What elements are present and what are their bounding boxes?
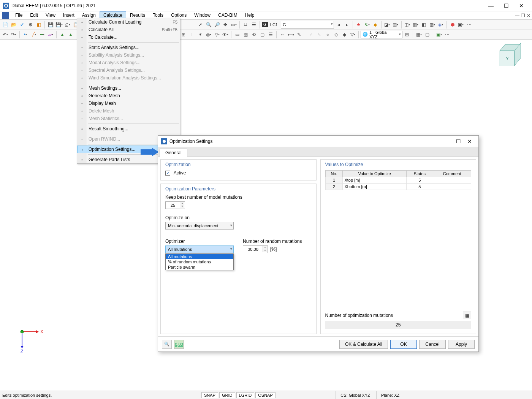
prev-loadcase-icon[interactable]: ◂: [335, 21, 342, 28]
tool-d-icon[interactable]: ◇: [332, 31, 340, 38]
units-button[interactable]: 0,00: [174, 340, 184, 349]
node-icon[interactable]: •: [22, 31, 29, 38]
minimize-button[interactable]: —: [483, 0, 499, 11]
menu-item-generate-mesh[interactable]: ▫Generate Mesh: [77, 92, 180, 100]
tool-a-icon[interactable]: ⟋: [307, 31, 315, 38]
snap-lgrid[interactable]: LGRID: [236, 392, 255, 398]
dialog-maximize-button[interactable]: ☐: [453, 136, 464, 147]
menu-item-display-mesh[interactable]: ▫Display Mesh: [77, 100, 180, 107]
member-icon[interactable]: ━: [38, 31, 46, 38]
menu-view[interactable]: View: [42, 11, 59, 19]
values-table[interactable]: No.Value to OptimizeStatesComment1Xtop […: [325, 170, 472, 190]
sections-icon[interactable]: ◫: [404, 21, 411, 28]
table-cell[interactable]: [433, 184, 471, 190]
undo-icon[interactable]: ↶: [2, 31, 9, 38]
select-box-icon[interactable]: ▭: [233, 31, 241, 38]
print-icon[interactable]: 🖨: [63, 21, 71, 28]
tool-b-icon[interactable]: ⟍: [315, 31, 323, 38]
menu-item-result-smoothing[interactable]: ▫Result Smoothing...: [77, 125, 180, 133]
apply-button[interactable]: Apply: [448, 340, 475, 349]
redo-icon[interactable]: ↷: [10, 31, 17, 38]
ok-button[interactable]: OK: [390, 340, 417, 349]
layers-icon[interactable]: ☰: [267, 31, 274, 38]
work-plane-icon[interactable]: ⊞: [403, 31, 411, 38]
results-toggle-icon[interactable]: ★: [355, 21, 363, 28]
show-loads-icon[interactable]: ⇊: [242, 21, 249, 28]
edit-line-icon[interactable]: ✎: [295, 31, 303, 38]
new-icon[interactable]: 📄: [2, 21, 9, 28]
optimizer-option[interactable]: % of random mutations: [166, 259, 233, 264]
menu-item-calculate-all[interactable]: ▫Calculate AllShift+F5: [77, 26, 180, 33]
optimize-on-combo[interactable]: Min. vectorial displacement ▾: [165, 222, 234, 230]
zoom-window-icon[interactable]: 🔍: [205, 21, 212, 28]
clipping-icon[interactable]: ▦: [415, 31, 423, 38]
calendar-icon[interactable]: ▦: [463, 312, 471, 319]
dialog-minimize-button[interactable]: —: [441, 136, 453, 147]
menu-cadbim[interactable]: CAD-BIM: [214, 11, 241, 19]
tool-c-icon[interactable]: ⟐: [324, 31, 331, 38]
snap-snap[interactable]: SNAP: [201, 392, 218, 398]
view-cube-face[interactable]: -Y: [499, 51, 514, 66]
dialog-close-button[interactable]: ✕: [464, 136, 475, 147]
block-manager-icon[interactable]: ◧: [35, 21, 43, 28]
view-cube[interactable]: -Y: [498, 44, 521, 67]
tool-e-icon[interactable]: ◆: [340, 31, 348, 38]
table-cell[interactable]: 1: [325, 177, 343, 184]
menu-item-static-analysis-settings[interactable]: ▫Static Analysis Settings...: [77, 44, 180, 51]
menu-file[interactable]: File: [11, 11, 26, 19]
dimension-icon[interactable]: ⟷: [287, 31, 294, 38]
checkmark-icon[interactable]: ✔: [18, 21, 26, 28]
menu-item-mesh-settings[interactable]: ▫Mesh Settings...: [77, 84, 180, 92]
next-loadcase-icon[interactable]: ▸: [343, 21, 351, 28]
polar-icon[interactable]: ✶: [196, 31, 204, 38]
line-icon[interactable]: ╱: [30, 31, 38, 38]
table-cell[interactable]: Xbottom [m]: [343, 184, 406, 190]
tab-general[interactable]: General: [160, 149, 187, 157]
select-cross-icon[interactable]: ▧: [242, 31, 249, 38]
load-case-combo[interactable]: G▾: [281, 21, 334, 28]
deselect-icon[interactable]: ▢: [258, 31, 266, 38]
table-row[interactable]: 1Xtop [m]5: [325, 177, 471, 184]
keep-best-input[interactable]: 25 ▲▼: [165, 201, 185, 209]
surfaces-icon[interactable]: ◧: [420, 21, 428, 28]
menu-item-to-calculate[interactable]: ▫To Calculate...: [77, 33, 180, 41]
deform-icon[interactable]: ↯: [363, 21, 371, 28]
random-mutations-input[interactable]: 30.00 ▲▼: [243, 245, 268, 253]
cancel-button[interactable]: Cancel: [419, 340, 446, 349]
table-cell[interactable]: 5: [406, 177, 433, 184]
maximize-button[interactable]: ☐: [499, 0, 514, 11]
settings-gear-icon[interactable]: ⚙: [27, 21, 34, 28]
visibility-icon[interactable]: 👁: [222, 31, 229, 38]
mdi-close-icon[interactable]: ✕: [527, 13, 530, 18]
calc-box-icon[interactable]: ⬢: [449, 21, 456, 28]
more-2-icon[interactable]: ⋯: [443, 31, 451, 38]
grid-snap-icon[interactable]: ⊞: [180, 31, 187, 38]
snap-osnap[interactable]: OSNAP: [255, 392, 276, 398]
loads-scale-icon[interactable]: ☰: [250, 21, 258, 28]
save-as-icon[interactable]: 💾: [55, 21, 63, 28]
table-cell[interactable]: 5: [406, 184, 433, 190]
render-icon[interactable]: ◈: [437, 21, 445, 28]
members-icon[interactable]: ▦: [412, 21, 420, 28]
optimizer-combo[interactable]: All mutations ▾ All mutations% of random…: [165, 245, 234, 253]
results-export-icon[interactable]: ▣: [457, 21, 465, 28]
display-options-icon[interactable]: ▣: [435, 31, 443, 38]
support-node-icon[interactable]: ▲: [59, 31, 66, 38]
results-colors-icon[interactable]: ◆: [372, 21, 379, 28]
active-checkbox-label[interactable]: ✓ Active: [165, 170, 186, 176]
results-diagram-icon[interactable]: ◪: [383, 21, 391, 28]
object-snap-icon[interactable]: ◎: [205, 31, 212, 38]
filter-icon[interactable]: ▽: [213, 31, 221, 38]
surface-icon[interactable]: ▱: [47, 31, 54, 38]
optimizer-option[interactable]: All mutations: [166, 254, 233, 259]
solids-icon[interactable]: ▨: [429, 21, 436, 28]
results-table-icon[interactable]: ▥: [392, 21, 399, 28]
save-icon[interactable]: 💾: [47, 21, 54, 28]
tool-f-icon[interactable]: ▽: [349, 31, 356, 38]
menu-insert[interactable]: Insert: [59, 11, 78, 19]
optimizer-option[interactable]: Particle swarm: [166, 264, 233, 270]
menu-window[interactable]: Window: [190, 11, 214, 19]
menu-help[interactable]: Help: [241, 11, 258, 19]
coordinate-system-combo[interactable]: 🌐 1 - Global XYZ ▾: [361, 31, 402, 38]
menu-edit[interactable]: Edit: [26, 11, 42, 19]
